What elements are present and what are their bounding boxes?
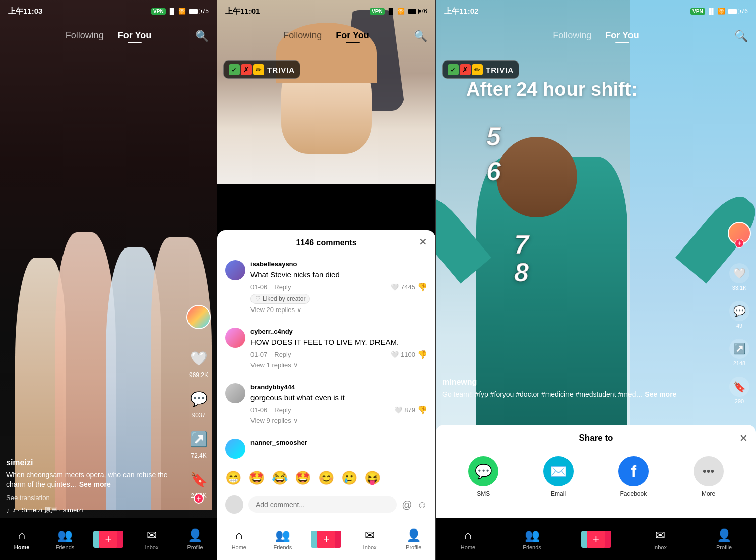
tab-foryou-right[interactable]: For You [605,30,639,43]
dislike-3[interactable]: 👎 [417,405,427,415]
left-follow-plus[interactable]: + [194,493,204,504]
comment-avatar-3[interactable] [225,383,245,403]
middle-status-bar: 上午11:01 VPN ▐▌ 🛜 76 [217,0,435,22]
comment-avatar-1[interactable] [225,260,245,280]
middle-wifi-icon: 🛜 [397,8,405,15]
share-title: Share to [579,433,613,443]
add-button-left[interactable]: + [96,531,120,548]
nav-home-right[interactable]: ⌂ Home [453,528,483,550]
left-avatar-action[interactable]: + [186,305,211,329]
nav-inbox-mid[interactable]: ✉ Inbox [355,528,385,550]
nav-profile-right[interactable]: 👤 Profile [709,528,739,550]
chevron-down-icon-3: ∨ [293,417,298,424]
left-creator-avatar[interactable] [186,305,211,329]
signal-icon: ▐▌ [168,8,176,15]
email-icon[interactable]: ✉️ [543,456,574,486]
comment-likes-1: 🤍 7445 👎 [391,282,427,292]
right-follow-plus[interactable]: + [735,239,744,248]
emoji-4[interactable]: 🤩 [295,470,311,486]
right-avatar-item[interactable]: + [728,222,751,245]
liked-by-creator-badge[interactable]: ♡ Liked by creator [250,294,310,304]
nav-friends-left[interactable]: 👥 Friends [50,528,80,550]
nav-friends-mid[interactable]: 👥 Friends [268,528,298,550]
middle-trivia-badge: ✓ ✗ ✏ TRIVIA [223,60,300,79]
left-translate-btn[interactable]: See translation [6,494,186,502]
comment-avatar-2[interactable] [225,328,245,348]
emoji-6[interactable]: 🥲 [341,470,357,486]
share-sms[interactable]: 💬 SMS [468,456,498,497]
nav-home-left[interactable]: ⌂ Home [7,528,37,550]
like-icon-left[interactable]: 🤍 [187,347,210,369]
share-icon-left[interactable]: ↗️ [187,428,210,450]
left-like-action[interactable]: 🤍 969.2K [187,347,210,379]
add-button-mid[interactable]: + [314,531,338,548]
nav-profile-left[interactable]: 👤 Profile [180,528,210,550]
right-action-icons: + 🤍 33.1K 💬 49 ↗️ 2148 🔖 290 [728,222,751,404]
nav-friends-right[interactable]: 👥 Friends [517,528,547,550]
right-like-item[interactable]: 🤍 33.1K [729,263,749,291]
right-comment-count: 49 [736,323,742,329]
facebook-icon[interactable]: f [618,456,649,486]
comment-icon-right[interactable]: 💬 [729,301,749,321]
emoji-2[interactable]: 🤩 [248,470,265,486]
emoji-1[interactable]: 😁 [225,470,241,486]
save-icon-left[interactable]: 🔖 [187,468,210,490]
emoji-picker-icon[interactable]: ☺ [417,499,427,511]
at-icon[interactable]: @ [402,499,412,511]
comment-reply-1[interactable]: Reply [274,283,291,291]
nav-add-mid[interactable]: + [311,531,341,548]
left-comment-action[interactable]: 💬 9037 [187,388,210,419]
add-button-right[interactable]: + [584,531,608,548]
view-replies-3[interactable]: View 9 replies ∨ [250,415,427,426]
tab-foryou-mid[interactable]: For You [336,30,369,43]
comment-icon-left[interactable]: 💬 [187,388,210,410]
nav-home-mid[interactable]: ⌂ Home [224,528,254,550]
right-save-item[interactable]: 🔖 290 [729,377,749,404]
save-icon-right[interactable]: 🔖 [729,377,749,397]
comment-input[interactable] [248,496,397,513]
left-see-more[interactable]: See more [79,480,111,488]
nav-inbox-right[interactable]: ✉ Inbox [645,528,675,550]
emoji-7[interactable]: 😝 [364,470,381,486]
like-icon-right[interactable]: 🤍 [729,263,749,283]
share-icon-right[interactable]: ↗️ [729,339,749,359]
dislike-2[interactable]: 👎 [417,350,427,359]
more-icon[interactable]: ••• [694,456,724,486]
comment-reply-3[interactable]: Reply [274,406,291,414]
comments-close-btn[interactable]: ✕ [419,237,427,247]
emoji-5[interactable]: 😊 [318,470,334,486]
facebook-label: Facebook [620,490,647,497]
comment-input-avatar [225,495,243,514]
nav-profile-mid[interactable]: 👤 Profile [399,528,429,550]
view-replies-2[interactable]: View 1 replies ∨ [250,359,427,371]
sms-icon[interactable]: 💬 [468,456,498,486]
comment-reply-2[interactable]: Reply [274,351,291,358]
right-share-item[interactable]: ↗️ 2148 [729,339,749,366]
view-replies-1[interactable]: View 20 replies ∨ [250,304,427,316]
comment-avatar-4[interactable] [225,439,245,459]
middle-status-time: 上午11:01 [225,7,260,16]
emoji-3[interactable]: 😂 [272,470,288,486]
share-close-btn[interactable]: ✕ [739,432,748,444]
tab-foryou-left[interactable]: For You [118,30,151,43]
tab-following-mid[interactable]: Following [283,30,322,43]
tab-following-left[interactable]: Following [66,30,104,43]
trivia-pencil-icon: ✏ [253,64,264,75]
dislike-1[interactable]: 👎 [417,282,427,292]
search-icon-right[interactable]: 🔍 [734,30,748,43]
nav-add-right[interactable]: + [581,531,611,548]
right-comment-item[interactable]: 💬 49 [729,301,749,329]
right-see-more[interactable]: See more [645,390,676,398]
search-icon-left[interactable]: 🔍 [195,30,209,43]
search-icon-mid[interactable]: 🔍 [414,30,427,43]
nav-add-left[interactable]: + [93,531,123,548]
share-facebook[interactable]: f Facebook [618,456,649,497]
tab-following-right[interactable]: Following [553,30,591,43]
share-more[interactable]: ••• More [694,456,724,497]
trivia-x-icon-r: ✗ [460,64,471,75]
share-email[interactable]: ✉️ Email [543,456,574,497]
left-share-action[interactable]: ↗️ 72.4K [187,428,210,459]
nav-inbox-left[interactable]: ✉ Inbox [137,528,167,550]
right-creator-avatar[interactable]: + [728,222,751,245]
middle-signal-icon: ▐▌ [387,8,395,15]
